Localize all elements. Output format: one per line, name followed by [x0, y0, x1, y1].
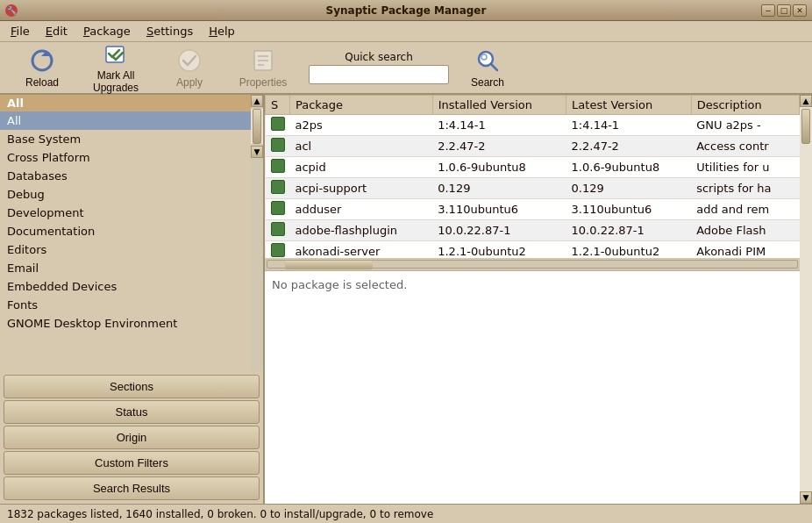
status-button[interactable]: Status: [4, 400, 260, 424]
status-indicator: [271, 138, 285, 152]
status-indicator: [271, 222, 285, 236]
status-indicator: [271, 201, 285, 215]
sidebar-scroll-thumb[interactable]: [253, 109, 261, 144]
properties-label: Properties: [239, 76, 288, 89]
minimize-button[interactable]: −: [761, 4, 775, 17]
sidebar-item-base-system[interactable]: Base System: [0, 130, 251, 148]
table-v-scrollbar[interactable]: ▲ ▼: [800, 95, 812, 504]
row-status: [266, 199, 290, 220]
toolbar: Reload Mark All Upgrades Apply: [0, 42, 812, 95]
menu-settings[interactable]: Settings: [139, 23, 200, 39]
menu-file[interactable]: File: [4, 23, 37, 39]
sidebar-scroll-track: [251, 109, 263, 144]
menu-help[interactable]: Help: [202, 23, 242, 39]
mark-all-label: Mark All Upgrades: [81, 69, 151, 94]
package-table-scroll[interactable]: S Package Installed Version Latest Versi…: [265, 95, 800, 258]
col-header-description[interactable]: Description: [691, 96, 799, 115]
package-table: S Package Installed Version Latest Versi…: [265, 95, 800, 258]
sidebar-item-all[interactable]: All: [0, 111, 251, 130]
sidebar-buttons: Sections Status Origin Custom Filters Se…: [0, 371, 263, 504]
row-latest: 10.0.22.87-1: [566, 220, 692, 241]
search-icon: [474, 47, 502, 75]
sidebar-item-documentation[interactable]: Documentation: [0, 222, 251, 240]
close-button[interactable]: ✕: [793, 4, 807, 17]
h-scrollbar-thumb[interactable]: [285, 261, 373, 269]
row-package: acpid: [290, 157, 433, 178]
table-row[interactable]: acl 2.2.47-2 2.2.47-2 Access contr: [266, 136, 800, 157]
row-latest: 0.129: [566, 178, 692, 199]
sections-button[interactable]: Sections: [4, 375, 260, 398]
row-package: adduser: [290, 199, 433, 220]
table-row[interactable]: adobe-flashplugin 10.0.22.87-1 10.0.22.8…: [266, 220, 800, 241]
h-scrollbar-track: [267, 260, 798, 269]
col-header-latest[interactable]: Latest Version: [566, 96, 692, 115]
col-header-status[interactable]: S: [266, 96, 290, 115]
sidebar-scroll-down[interactable]: ▼: [251, 146, 263, 158]
maximize-button[interactable]: □: [777, 4, 791, 17]
sidebar-scrollbar[interactable]: ▲ ▼: [251, 95, 263, 371]
sidebar-item-debug[interactable]: Debug: [0, 185, 251, 204]
row-status: [266, 157, 290, 178]
search-results-button[interactable]: Search Results: [4, 476, 260, 500]
row-status: [266, 178, 290, 199]
table-row[interactable]: acpid 1.0.6-9ubuntu8 1.0.6-9ubuntu8 Util…: [266, 157, 800, 178]
row-package: adobe-flashplugin: [290, 220, 433, 241]
row-installed: 1.2.1-0ubuntu2: [432, 241, 566, 259]
table-row[interactable]: acpi-support 0.129 0.129 scripts for ha: [266, 178, 800, 199]
col-header-package[interactable]: Package: [290, 96, 433, 115]
apply-button[interactable]: Apply: [154, 45, 224, 90]
row-installed: 3.110ubuntu6: [432, 199, 566, 220]
menu-edit[interactable]: Edit: [39, 23, 75, 39]
sidebar-item-cross-platform[interactable]: Cross Platform: [0, 148, 251, 167]
sidebar-item-fonts[interactable]: Fonts: [0, 296, 251, 314]
quick-search-input[interactable]: [309, 65, 449, 84]
table-header-row: S Package Installed Version Latest Versi…: [266, 96, 800, 115]
status-text: 1832 packages listed, 1640 installed, 0 …: [7, 508, 433, 520]
row-installed: 0.129: [432, 178, 566, 199]
row-description: GNU a2ps -: [691, 115, 799, 136]
detail-panel: No package is selected.: [265, 270, 800, 504]
mark-all-button[interactable]: Mark All Upgrades: [81, 45, 151, 90]
row-description: Akonadi PIM: [691, 241, 799, 259]
menu-package[interactable]: Package: [76, 23, 138, 39]
reload-button[interactable]: Reload: [7, 45, 77, 90]
status-indicator: [271, 117, 285, 131]
row-description: Utilities for u: [691, 157, 799, 178]
origin-button[interactable]: Origin: [4, 426, 260, 449]
sidebar-item-gnome[interactable]: GNOME Desktop Environment: [0, 314, 251, 333]
properties-icon: [249, 47, 277, 75]
no-selection-text: No package is selected.: [272, 278, 407, 291]
table-row[interactable]: a2ps 1:4.14-1 1:4.14-1 GNU a2ps -: [266, 115, 800, 136]
sidebar-item-email[interactable]: Email: [0, 259, 251, 277]
sidebar-scroll-up[interactable]: ▲: [251, 95, 263, 107]
status-indicator: [271, 159, 285, 173]
app-icon: 🔧: [5, 4, 18, 17]
sidebar-item-development[interactable]: Development: [0, 204, 251, 222]
title-bar-buttons: − □ ✕: [761, 4, 807, 17]
status-bar: 1832 packages listed, 1640 installed, 0 …: [0, 504, 812, 523]
properties-button[interactable]: Properties: [228, 45, 298, 90]
search-button[interactable]: Search: [452, 45, 523, 90]
row-latest: 1.0.6-9ubuntu8: [566, 157, 692, 178]
row-status: [266, 115, 290, 136]
sidebar-item-editors[interactable]: Editors: [0, 240, 251, 259]
table-row[interactable]: adduser 3.110ubuntu6 3.110ubuntu6 add an…: [266, 199, 800, 220]
table-h-scrollbar[interactable]: [265, 258, 800, 270]
table-scroll-down[interactable]: ▼: [800, 491, 812, 504]
row-status: [266, 241, 290, 259]
reload-icon: [28, 47, 56, 75]
sidebar-list-container: All All Base System Cross Platform Datab…: [0, 95, 263, 371]
row-description: add and rem: [691, 199, 799, 220]
svg-line-9: [491, 64, 497, 70]
title-bar: 🔧 Synaptic Package Manager − □ ✕: [0, 0, 812, 21]
table-scroll-up[interactable]: ▲: [800, 95, 812, 107]
sidebar-item-databases[interactable]: Databases: [0, 167, 251, 185]
table-row[interactable]: akonadi-server 1.2.1-0ubuntu2 1.2.1-0ubu…: [266, 241, 800, 259]
status-indicator: [271, 243, 285, 257]
custom-filters-button[interactable]: Custom Filters: [4, 451, 260, 475]
row-package: akonadi-server: [290, 241, 433, 259]
table-scroll-thumb[interactable]: [801, 109, 810, 144]
col-header-installed[interactable]: Installed Version: [432, 96, 566, 115]
search-label: Search: [471, 76, 504, 89]
sidebar-item-embedded-devices[interactable]: Embedded Devices: [0, 277, 251, 296]
